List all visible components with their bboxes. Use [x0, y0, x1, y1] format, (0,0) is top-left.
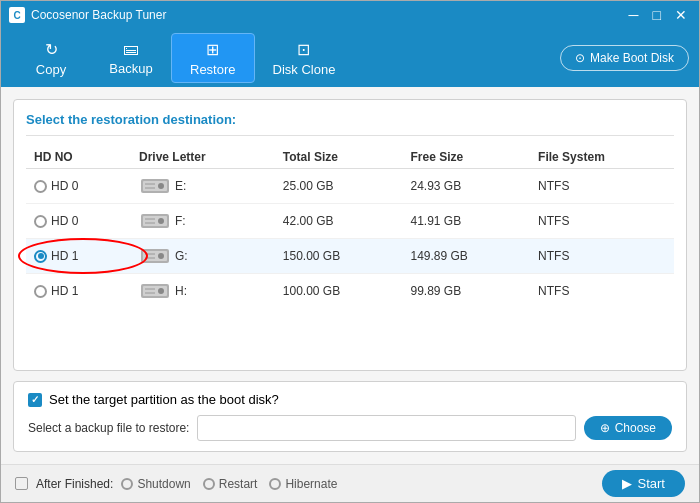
hibernate-label: Hibernate: [285, 477, 337, 491]
radio-cell: HD 0: [34, 214, 123, 228]
restart-option[interactable]: Restart: [203, 477, 258, 491]
cell-free-size: 41.91 GB: [402, 204, 530, 239]
boot-disk-checkbox[interactable]: [28, 393, 42, 407]
start-label: Start: [638, 476, 665, 491]
shutdown-radio[interactable]: [121, 478, 133, 490]
radio-cell: HD 0: [34, 179, 123, 193]
cell-file-system: NTFS: [530, 204, 674, 239]
boot-disk-row: Set the target partition as the boot dis…: [28, 392, 672, 407]
cell-total-size: 25.00 GB: [275, 169, 403, 204]
table-row[interactable]: HD 1G:150.00 GB149.89 GBNTFS: [26, 239, 674, 274]
cell-file-system: NTFS: [530, 169, 674, 204]
file-select-label: Select a backup file to restore:: [28, 421, 189, 435]
after-finished-section: After Finished: Shutdown Restart Hiberna…: [15, 477, 337, 491]
make-boot-icon: ⊙: [575, 51, 585, 65]
col-file-system: File System: [530, 146, 674, 169]
title-bar: C Cocosenor Backup Tuner ─ □ ✕: [1, 1, 699, 29]
col-free-size: Free Size: [402, 146, 530, 169]
cell-hd-no: HD 0: [26, 204, 131, 239]
copy-button[interactable]: ↻ Copy: [11, 33, 91, 83]
radio-button[interactable]: [34, 180, 47, 193]
cell-total-size: 100.00 GB: [275, 274, 403, 309]
radio-cell: HD 1: [34, 284, 123, 298]
make-boot-button[interactable]: ⊙ Make Boot Disk: [560, 45, 689, 71]
cell-drive-letter: H:: [131, 274, 275, 309]
col-total-size: Total Size: [275, 146, 403, 169]
cell-drive-letter: G:: [131, 239, 275, 274]
choose-button[interactable]: ⊕ Choose: [584, 416, 672, 440]
start-icon: ▶: [622, 476, 632, 491]
disk-table: HD NO Drive Letter Total Size Free Size …: [26, 146, 674, 308]
backup-icon: 🖴: [123, 40, 139, 58]
copy-icon: ↻: [45, 40, 58, 59]
restore-label: Restore: [190, 62, 236, 77]
copy-label: Copy: [36, 62, 66, 77]
disk-clone-label: Disk Clone: [273, 62, 336, 77]
app-window: C Cocosenor Backup Tuner ─ □ ✕ ↻ Copy 🖴 …: [0, 0, 700, 503]
backup-button[interactable]: 🖴 Backup: [91, 33, 171, 83]
hibernate-option[interactable]: Hibernate: [269, 477, 337, 491]
col-hd-no: HD NO: [26, 146, 131, 169]
footer: After Finished: Shutdown Restart Hiberna…: [1, 464, 699, 502]
restart-radio[interactable]: [203, 478, 215, 490]
hd-label: HD 0: [51, 214, 78, 228]
drive-icon: [139, 245, 171, 267]
close-button[interactable]: ✕: [671, 7, 691, 23]
col-drive-letter: Drive Letter: [131, 146, 275, 169]
cell-free-size: 24.93 GB: [402, 169, 530, 204]
cell-hd-no: HD 1: [26, 239, 131, 274]
bottom-panel: Set the target partition as the boot dis…: [13, 381, 687, 452]
cell-total-size: 150.00 GB: [275, 239, 403, 274]
drive-letter-text: G:: [175, 249, 188, 263]
table-row[interactable]: HD 1H:100.00 GB99.89 GBNTFS: [26, 274, 674, 309]
radio-button[interactable]: [34, 250, 47, 263]
hd-label: HD 1: [51, 249, 78, 263]
table-row[interactable]: HD 0F:42.00 GB41.91 GBNTFS: [26, 204, 674, 239]
drive-icon: [139, 280, 171, 302]
title-bar-left: C Cocosenor Backup Tuner: [9, 7, 166, 23]
boot-disk-label: Set the target partition as the boot dis…: [49, 392, 279, 407]
disk-panel: Select the restoration destination: HD N…: [13, 99, 687, 371]
cell-total-size: 42.00 GB: [275, 204, 403, 239]
minimize-button[interactable]: ─: [625, 7, 643, 23]
app-title: Cocosenor Backup Tuner: [31, 8, 166, 22]
table-row[interactable]: HD 0E:25.00 GB24.93 GBNTFS: [26, 169, 674, 204]
disk-clone-button[interactable]: ⊡ Disk Clone: [255, 33, 354, 83]
make-boot-label: Make Boot Disk: [590, 51, 674, 65]
disk-clone-icon: ⊡: [297, 40, 310, 59]
shutdown-option[interactable]: Shutdown: [121, 477, 190, 491]
radio-button[interactable]: [34, 285, 47, 298]
drive-icon: [139, 175, 171, 197]
restore-button[interactable]: ⊞ Restore: [171, 33, 255, 83]
cell-file-system: NTFS: [530, 239, 674, 274]
file-select-row: Select a backup file to restore: ⊕ Choos…: [28, 415, 672, 441]
cell-hd-no: HD 0: [26, 169, 131, 204]
panel-title: Select the restoration destination:: [26, 112, 674, 136]
after-finished-checkbox[interactable]: [15, 477, 28, 490]
radio-button[interactable]: [34, 215, 47, 228]
choose-icon: ⊕: [600, 421, 610, 435]
after-options-group: Shutdown Restart Hibernate: [121, 477, 337, 491]
drive-letter-text: H:: [175, 284, 187, 298]
after-finished-label: After Finished:: [36, 477, 113, 491]
start-button[interactable]: ▶ Start: [602, 470, 685, 497]
cell-hd-no: HD 1: [26, 274, 131, 309]
file-path-input[interactable]: [197, 415, 575, 441]
cell-file-system: NTFS: [530, 274, 674, 309]
svg-point-12: [158, 253, 164, 259]
toolbar: ↻ Copy 🖴 Backup ⊞ Restore ⊡ Disk Clone ⊙…: [1, 29, 699, 87]
backup-label: Backup: [109, 61, 152, 76]
svg-point-17: [158, 288, 164, 294]
shutdown-label: Shutdown: [137, 477, 190, 491]
cell-free-size: 99.89 GB: [402, 274, 530, 309]
drive-letter-text: F:: [175, 214, 186, 228]
window-controls: ─ □ ✕: [625, 7, 691, 23]
choose-label: Choose: [615, 421, 656, 435]
cell-drive-letter: E:: [131, 169, 275, 204]
restore-icon: ⊞: [206, 40, 219, 59]
hd-label: HD 1: [51, 284, 78, 298]
restart-label: Restart: [219, 477, 258, 491]
drive-letter-text: E:: [175, 179, 186, 193]
maximize-button[interactable]: □: [649, 7, 665, 23]
hibernate-radio[interactable]: [269, 478, 281, 490]
